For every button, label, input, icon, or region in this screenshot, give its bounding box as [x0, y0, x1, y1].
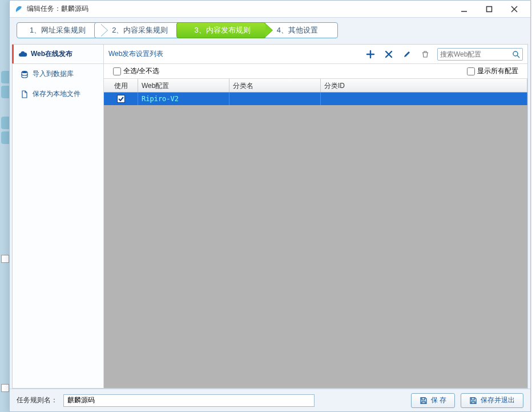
- col-header-config[interactable]: Web配置: [138, 79, 229, 92]
- svg-point-5: [513, 51, 518, 56]
- pencil-icon: [403, 50, 411, 58]
- edit-task-window: 编辑任务：麒麟源码 1、网址采集规则 2、内容采集规则 3、内容发布规则 4、其…: [9, 0, 531, 412]
- sidebar-heading-label: Web在线发布: [31, 49, 72, 59]
- content-toolbar: Web发布设置列表: [104, 45, 527, 64]
- select-all-label: 全选/全不选: [123, 66, 159, 76]
- config-table: 使用 Web配置 分类名 分类ID Ripiro-V2: [104, 79, 527, 388]
- cell-category-id: [321, 93, 527, 105]
- svg-line-6: [517, 55, 519, 58]
- save-icon: [469, 397, 477, 405]
- svg-line-2: [511, 6, 517, 12]
- save-exit-button[interactable]: 保存并退出: [461, 393, 523, 408]
- save-exit-button-label: 保存并退出: [481, 395, 515, 405]
- sidebar-item-label: 保存为本地文件: [33, 89, 80, 99]
- app-icon: [14, 5, 23, 14]
- select-all-checkbox[interactable]: 全选/全不选: [113, 66, 159, 76]
- col-header-category-id[interactable]: 分类ID: [321, 79, 527, 92]
- save-button-label: 保 存: [431, 395, 446, 405]
- cell-category: [229, 93, 321, 105]
- file-icon: [21, 90, 29, 98]
- edit-button[interactable]: [401, 48, 413, 61]
- save-button[interactable]: 保 存: [411, 393, 455, 408]
- maximize-button[interactable]: [477, 1, 502, 17]
- close-button[interactable]: [502, 1, 527, 17]
- sidebar: Web在线发布 导入到数据库 保存为本地文件: [13, 45, 104, 388]
- step-tabs: 1、网址采集规则 2、内容采集规则 3、内容发布规则 4、其他设置: [10, 18, 530, 44]
- select-all-input[interactable]: [113, 67, 121, 75]
- task-name-input[interactable]: [63, 394, 315, 407]
- task-name-label: 任务规则名：: [17, 395, 58, 405]
- sidebar-heading-web-publish[interactable]: Web在线发布: [13, 45, 103, 64]
- show-all-input[interactable]: [467, 67, 475, 75]
- step-tab-content-rules[interactable]: 2、内容采集规则: [94, 22, 183, 38]
- trash-icon: [421, 50, 429, 58]
- svg-line-3: [511, 6, 517, 12]
- svg-point-4: [22, 71, 27, 73]
- footer: 任务规则名： 保 存 保存并退出: [10, 389, 530, 411]
- sidebar-item-import-db[interactable]: 导入到数据库: [13, 64, 103, 84]
- search-box[interactable]: [437, 48, 523, 61]
- database-icon: [21, 70, 29, 78]
- window-title: 编辑任务：麒麟源码: [27, 4, 88, 14]
- main-area: Web在线发布 导入到数据库 保存为本地文件 Web发布设置列表: [12, 44, 528, 389]
- show-all-label: 显示所有配置: [477, 66, 518, 76]
- step-tab-url-rules[interactable]: 1、网址采集规则: [17, 22, 101, 38]
- step-tab-publish-rules[interactable]: 3、内容发布规则: [176, 22, 265, 38]
- sidebar-item-save-local[interactable]: 保存为本地文件: [13, 84, 103, 104]
- minimize-button[interactable]: [452, 1, 477, 17]
- remove-button[interactable]: [382, 48, 395, 61]
- sidebar-item-label: 导入到数据库: [33, 69, 74, 79]
- plus-icon: [366, 50, 375, 59]
- table-header: 使用 Web配置 分类名 分类ID: [104, 79, 527, 93]
- svg-rect-1: [487, 6, 492, 11]
- search-icon: [512, 50, 520, 58]
- cloud-icon: [18, 50, 27, 59]
- cell-config: Ripiro-V2: [138, 93, 229, 105]
- titlebar: 编辑任务：麒麟源码: [10, 1, 530, 18]
- table-row[interactable]: Ripiro-V2: [104, 93, 527, 105]
- search-input[interactable]: [440, 50, 510, 58]
- content-panel: Web发布设置列表: [104, 45, 527, 388]
- delete-button[interactable]: [419, 48, 432, 61]
- col-header-category[interactable]: 分类名: [229, 79, 321, 92]
- filter-row: 全选/全不选 显示所有配置: [104, 64, 527, 79]
- list-title: Web发布设置列表: [108, 49, 163, 59]
- x-icon: [385, 50, 393, 58]
- show-all-checkbox[interactable]: 显示所有配置: [467, 66, 518, 76]
- check-icon: [118, 96, 124, 102]
- save-icon: [420, 397, 428, 405]
- col-header-use[interactable]: 使用: [104, 79, 138, 92]
- row-checkbox[interactable]: [117, 95, 125, 103]
- cell-use[interactable]: [104, 93, 138, 105]
- add-button[interactable]: [364, 48, 377, 61]
